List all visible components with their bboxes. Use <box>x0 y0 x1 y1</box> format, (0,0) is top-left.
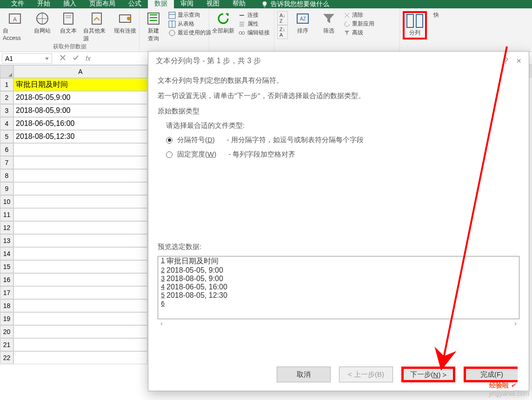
dialog-help-button[interactable]: ? <box>503 56 508 66</box>
new-query-button[interactable]: 新建 查询 <box>142 11 165 43</box>
column-header-A[interactable]: A <box>13 65 147 78</box>
from-web-button[interactable]: 自网站 <box>31 11 53 35</box>
cell[interactable] <box>13 208 147 221</box>
tab-formula[interactable]: 公式 <box>122 0 148 8</box>
cell[interactable] <box>13 299 147 312</box>
from-table-button[interactable]: 从表格 <box>168 20 211 28</box>
sort-button[interactable]: AZ排序 <box>292 11 314 35</box>
recent-icon <box>168 29 176 37</box>
cell[interactable]: 2018-08-05,9:00 <box>13 104 147 117</box>
cell[interactable] <box>13 143 147 156</box>
existing-conn-button[interactable]: 现有连接 <box>114 11 136 35</box>
preview-label: 预览选定数据: <box>158 243 519 251</box>
row-header[interactable]: 20 <box>0 325 13 338</box>
cell[interactable] <box>13 247 147 260</box>
row-header[interactable]: 6 <box>0 143 13 156</box>
edit-links-button[interactable]: 编辑链接 <box>238 29 270 37</box>
reapply-button[interactable]: 重新应用 <box>344 20 374 28</box>
cell[interactable]: 2018-06-05,16:00 <box>13 117 147 130</box>
cell[interactable] <box>13 351 147 364</box>
ribbon-tabs: 文件 开始 插入 页面布局 公式 数据 审阅 视图 帮助 告诉我您想要做什么 <box>0 0 532 8</box>
row-header[interactable]: 2 <box>0 91 13 104</box>
preview-box: 1审批日期及时间22018-05-05, 9:0032018-08-05, 9:… <box>158 256 519 319</box>
cell[interactable]: 2018-08-05,12:30 <box>13 130 147 143</box>
next-button[interactable]: 下一步(N) > <box>401 367 455 382</box>
name-box[interactable]: A1 <box>2 53 52 64</box>
cell[interactable] <box>13 195 147 208</box>
recent-source-button[interactable]: 最近使用的源 <box>168 29 211 37</box>
row-header[interactable]: 8 <box>0 169 13 182</box>
select-all-corner[interactable] <box>0 65 13 78</box>
row-header[interactable]: 19 <box>0 312 13 325</box>
scroll-left-icon[interactable]: ‹ <box>160 319 163 328</box>
filter-button[interactable]: 筛选 <box>318 11 340 35</box>
tab-review[interactable]: 审阅 <box>174 0 200 8</box>
row-header[interactable]: 11 <box>0 208 13 221</box>
tab-layout[interactable]: 页面布局 <box>83 0 122 8</box>
tab-start[interactable]: 开始 <box>31 0 57 8</box>
cell[interactable] <box>13 169 147 182</box>
cell[interactable] <box>13 325 147 338</box>
row-header[interactable]: 5 <box>0 130 13 143</box>
from-other-button[interactable]: 自其他来源 <box>83 11 110 43</box>
sort-az-button[interactable]: A↓Z <box>277 11 288 25</box>
ribbon: A自 Access 自网站 自文本 自其他来源 现有连接 获取外部数据 新建 查… <box>0 8 532 52</box>
row-header[interactable]: 13 <box>0 234 13 247</box>
cancel-button[interactable]: 取消 <box>277 367 331 382</box>
dialog-close-button[interactable]: × <box>516 56 521 66</box>
cell[interactable] <box>13 156 147 169</box>
row-header[interactable]: 12 <box>0 221 13 234</box>
scroll-right-icon[interactable]: › <box>514 319 517 328</box>
cell[interactable] <box>13 286 147 299</box>
confirm-icon[interactable] <box>73 54 79 62</box>
radio-delimited[interactable]: 分隔符号(D) - 用分隔字符，如逗号或制表符分隔每个字段 <box>166 136 519 144</box>
sort-za-button[interactable]: Z↓A <box>277 25 288 39</box>
cell[interactable] <box>13 221 147 234</box>
row-header[interactable]: 7 <box>0 156 13 169</box>
cell[interactable] <box>13 182 147 195</box>
tab-help[interactable]: 帮助 <box>226 0 252 8</box>
row-header[interactable]: 15 <box>0 260 13 273</box>
cell[interactable]: 审批日期及时间 <box>13 78 147 91</box>
row-header[interactable]: 16 <box>0 273 13 286</box>
row-header[interactable]: 17 <box>0 286 13 299</box>
svg-rect-6 <box>92 13 101 24</box>
finish-button[interactable]: 完成(F) <box>464 367 518 382</box>
row-header[interactable]: 9 <box>0 182 13 195</box>
cancel-icon[interactable] <box>60 54 66 62</box>
connections-button[interactable]: 连接 <box>238 11 270 19</box>
row-header[interactable]: 4 <box>0 117 13 130</box>
text-to-columns-button[interactable]: 分列 <box>403 11 427 39</box>
tab-view[interactable]: 视图 <box>200 0 226 8</box>
flash-fill-button[interactable]: 快 <box>431 11 442 19</box>
cell[interactable] <box>13 312 147 325</box>
from-access-button[interactable]: A自 Access <box>3 11 27 41</box>
row-header[interactable]: 21 <box>0 338 13 351</box>
show-query-button[interactable]: 显示查询 <box>168 11 211 19</box>
cell[interactable] <box>13 338 147 351</box>
cell[interactable] <box>13 273 147 286</box>
cell[interactable] <box>13 260 147 273</box>
row-header[interactable]: 18 <box>0 299 13 312</box>
radio-fixed-width[interactable]: 固定宽度(W) - 每列字段加空格对齐 <box>166 150 519 159</box>
refresh-all-button[interactable]: 全部刷新 <box>212 11 234 35</box>
row-header[interactable]: 14 <box>0 247 13 260</box>
row-header[interactable]: 10 <box>0 195 13 208</box>
svg-point-14 <box>169 30 175 36</box>
fx-icon[interactable]: fx <box>86 55 91 62</box>
row-header[interactable]: 1 <box>0 78 13 91</box>
cell[interactable]: 2018-05-05,9:00 <box>13 91 147 104</box>
row-header[interactable]: 22 <box>0 351 13 364</box>
properties-button[interactable]: 属性 <box>238 20 270 28</box>
row-header[interactable]: 3 <box>0 104 13 117</box>
cell[interactable] <box>13 234 147 247</box>
clear-filter-button[interactable]: 清除 <box>344 11 374 19</box>
advanced-button[interactable]: 高级 <box>344 29 374 37</box>
tell-me-search[interactable]: 告诉我您想要做什么 <box>261 0 329 8</box>
radio-delimited-desc: - 用分隔字符，如逗号或制表符分隔每个字段 <box>227 136 364 144</box>
tab-file[interactable]: 文件 <box>5 0 31 8</box>
tab-data[interactable]: 数据 <box>148 0 174 8</box>
from-text-button[interactable]: 自文本 <box>57 11 80 35</box>
tab-insert[interactable]: 插入 <box>57 0 83 8</box>
preview-scrollbar[interactable]: ‹ › <box>158 319 519 328</box>
